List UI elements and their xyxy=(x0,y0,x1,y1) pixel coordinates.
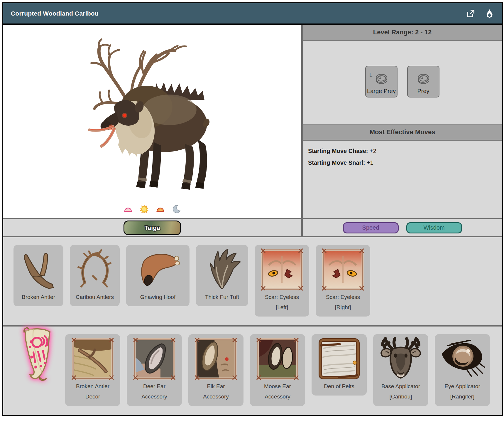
item-label: Broken Antler Decor xyxy=(70,381,115,402)
prey-zone: L Large Prey xyxy=(303,41,502,124)
item-card-elk-ear[interactable]: Elk Ear Accessory xyxy=(188,334,243,406)
deer-ear-accessory-icon xyxy=(132,336,176,381)
stat-button-speed[interactable]: Speed xyxy=(343,222,399,233)
item-card-base-applicator[interactable]: Base Applicator [Caribou] xyxy=(373,334,428,406)
moose-ear-accessory-icon xyxy=(256,336,300,381)
item-label: Caribou Antlers xyxy=(76,292,114,302)
item-label: Moose Ear Accessory xyxy=(255,381,300,402)
stat-buttons-cell: Speed Wisdom xyxy=(303,219,502,236)
flame-icon[interactable] xyxy=(484,9,494,18)
move-line-snarl: Starting Move Snarl: +1 xyxy=(308,159,497,166)
recipe-scroll-icon[interactable] xyxy=(15,324,57,384)
item-label: Scar: Eyeless [Left] xyxy=(260,292,304,312)
prey-card-large[interactable]: L Large Prey xyxy=(365,66,398,97)
item-card-broken-antler-decor[interactable]: Broken Antler Decor xyxy=(65,334,120,406)
large-prey-badge: L xyxy=(369,72,373,78)
prey-label: Prey xyxy=(417,88,429,95)
biome-label: Taiga xyxy=(144,224,160,231)
item-label: Deer Ear Accessory xyxy=(132,381,177,402)
thick-fur-tuft-icon xyxy=(202,247,243,292)
scar-eyeless-left-icon xyxy=(260,247,304,292)
large-prey-steak-icon: L xyxy=(373,71,389,88)
prey-steak-icon xyxy=(415,71,431,88)
stats-panel: Level Range: 2 - 12 L xyxy=(303,25,502,218)
item-card-broken-antler[interactable]: Broken Antler xyxy=(13,245,63,306)
move-label: Starting Move Snarl: xyxy=(308,159,365,166)
eye-applicator-rangifer-icon xyxy=(439,336,486,381)
item-label: Gnawing Hoof xyxy=(140,292,175,302)
item-card-thick-fur-tuft[interactable]: Thick Fur Tuft xyxy=(196,245,248,306)
sun-icon xyxy=(140,205,149,213)
item-label: Scar: Eyeless [Right] xyxy=(321,292,365,312)
top-area: Level Range: 2 - 12 L xyxy=(3,25,502,218)
page-title: Corrupted Woodland Caribou xyxy=(11,10,99,17)
move-value: +2 xyxy=(370,148,376,154)
moon-icon xyxy=(172,205,181,213)
item-label: Thick Fur Tuft xyxy=(205,292,239,302)
external-link-icon[interactable] xyxy=(466,9,476,18)
item-label: Broken Antler xyxy=(22,292,55,302)
drops-section: Broken Antler xyxy=(3,237,502,325)
biome-button-taiga[interactable]: Taiga xyxy=(124,221,181,235)
biome-stat-strip: Taiga Speed Wisdom xyxy=(3,218,502,237)
item-label: Elk Ear Accessory xyxy=(194,381,238,402)
move-label: Starting Move Chase: xyxy=(308,148,368,154)
level-range-header: Level Range: 2 - 12 xyxy=(303,25,502,41)
item-card-gnawing-hoof[interactable]: Gnawing Hoof xyxy=(126,245,190,306)
sunrise-icon xyxy=(124,205,133,213)
effective-moves-list: Starting Move Chase: +2 Starting Move Sn… xyxy=(303,141,502,218)
prey-card[interactable]: Prey xyxy=(407,66,439,97)
caribou-antlers-icon xyxy=(74,247,115,292)
item-card-caribou-antlers[interactable]: Caribou Antlers xyxy=(70,245,120,306)
item-card-deer-ear[interactable]: Deer Ear Accessory xyxy=(127,334,182,406)
scar-eyeless-right-icon xyxy=(321,247,365,292)
large-prey-label: Large Prey xyxy=(367,88,396,95)
broken-antler-decor-icon xyxy=(71,336,115,381)
item-label: Base Applicator [Caribou] xyxy=(378,381,423,402)
den-of-pelts-icon xyxy=(317,336,361,381)
stat-button-wisdom[interactable]: Wisdom xyxy=(406,222,462,233)
active-times-row xyxy=(124,205,181,213)
special-drops-section: Broken Antler Decor Deer Ear Accessory xyxy=(3,325,502,415)
move-line-chase: Starting Move Chase: +2 xyxy=(308,148,497,154)
item-card-scar-eyeless-right[interactable]: Scar: Eyeless [Right] xyxy=(316,245,370,317)
item-card-scar-eyeless-left[interactable]: Scar: Eyeless [Left] xyxy=(255,245,309,317)
item-card-eye-applicator[interactable]: Eye Applicator [Rangifer] xyxy=(435,334,490,406)
move-value: +1 xyxy=(367,159,373,166)
gnawing-hoof-icon xyxy=(133,247,183,292)
sunset-icon xyxy=(156,205,165,213)
item-label: Den of Pelts xyxy=(324,381,354,391)
elk-ear-accessory-icon xyxy=(194,336,238,381)
base-applicator-caribou-icon xyxy=(377,336,424,381)
item-card-moose-ear[interactable]: Moose Ear Accessory xyxy=(250,334,305,406)
biome-cell: Taiga xyxy=(3,219,301,236)
title-bar: Corrupted Woodland Caribou xyxy=(3,3,502,25)
enemy-info-window: Corrupted Woodland Caribou xyxy=(2,2,503,416)
effective-moves-header: Most Effective Moves xyxy=(303,124,502,141)
broken-antler-icon xyxy=(19,247,57,292)
item-card-den-of-pelts[interactable]: Den of Pelts xyxy=(312,334,367,396)
corrupted-caribou-illustration xyxy=(67,33,219,197)
creature-panel xyxy=(3,25,301,218)
item-label: Eye Applicator [Rangifer] xyxy=(440,381,485,402)
